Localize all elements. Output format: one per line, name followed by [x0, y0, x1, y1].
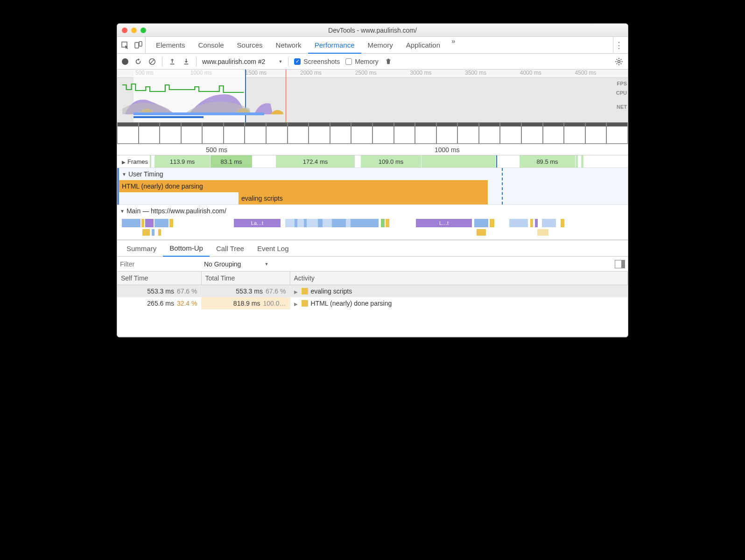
grouping-label: No Grouping — [204, 260, 241, 268]
recording-label: www.paulirish.com #2 — [202, 58, 265, 65]
tab-sources[interactable]: Sources — [231, 37, 269, 53]
panel-tabs: Elements Console Sources Network Perform… — [149, 37, 610, 53]
settings-gear-icon[interactable] — [615, 57, 623, 66]
svg-rect-2 — [139, 42, 142, 46]
overview-screenshots — [117, 122, 628, 144]
upload-icon[interactable] — [168, 57, 176, 66]
record-button[interactable] — [122, 58, 128, 65]
dtab-calltree[interactable]: Call Tree — [210, 240, 251, 256]
svg-rect-5 — [170, 63, 175, 64]
flamechart-ruler[interactable]: 500 ms 1000 ms ⋯ — [117, 144, 628, 155]
trash-icon[interactable] — [384, 57, 393, 66]
grouping-selector[interactable]: No Grouping ▼ — [204, 260, 268, 268]
clear-icon[interactable] — [148, 57, 156, 66]
expand-icon[interactable]: ▶ — [122, 160, 126, 165]
overview-sparkline — [117, 78, 311, 115]
memory-toggle[interactable]: Memory — [345, 58, 379, 65]
dtab-summary[interactable]: Summary — [120, 240, 163, 256]
user-timing-track[interactable]: ▼ User Timing HTML (nearly) done parsing… — [117, 168, 628, 205]
category-color-icon — [302, 300, 308, 307]
sidepanel-toggle-icon[interactable] — [615, 260, 625, 268]
tab-elements[interactable]: Elements — [149, 37, 192, 53]
collapse-icon[interactable]: ▼ — [122, 172, 127, 177]
panel-tabbar: Elements Console Sources Network Perform… — [117, 37, 628, 54]
col-total-time[interactable]: Total Time — [201, 272, 290, 285]
memory-checkbox[interactable] — [345, 58, 352, 65]
details-tabs: Summary Bottom-Up Call Tree Event Log — [117, 240, 628, 257]
screenshots-label: Screenshots — [303, 58, 340, 65]
memory-label: Memory — [355, 58, 379, 65]
col-activity[interactable]: Activity — [290, 272, 628, 285]
more-menu-icon[interactable]: ⋮ — [613, 37, 624, 53]
dtab-bottomup[interactable]: Bottom-Up — [163, 241, 210, 257]
timeline-overview[interactable]: 500 ms 1000 ms 1500 ms 2000 ms 2500 ms 3… — [117, 70, 628, 144]
category-color-icon — [302, 288, 308, 294]
reload-icon[interactable] — [134, 57, 142, 66]
screenshots-toggle[interactable]: ✓ Screenshots — [294, 58, 340, 65]
download-icon[interactable] — [182, 57, 190, 66]
tabs-overflow-icon[interactable]: » — [449, 37, 458, 53]
tab-performance[interactable]: Performance — [308, 37, 361, 54]
dropdown-triangle-icon: ▼ — [278, 59, 282, 64]
main-track[interactable]: ▼ Main — https://www.paulirish.com/ La…t… — [117, 205, 628, 240]
tab-memory[interactable]: Memory — [361, 37, 400, 53]
svg-point-7 — [618, 60, 620, 63]
tab-network[interactable]: Network — [269, 37, 308, 53]
dropdown-triangle-icon: ▼ — [264, 262, 268, 266]
details-filterbar: No Grouping ▼ — [117, 257, 628, 272]
window-title: DevTools - www.paulirish.com/ — [117, 27, 628, 34]
svg-rect-6 — [184, 63, 189, 64]
svg-rect-1 — [135, 42, 139, 48]
main-track-label: Main — https://www.paulirish.com/ — [127, 207, 226, 215]
inspect-icon[interactable] — [121, 41, 129, 49]
col-self-time[interactable]: Self Time — [117, 272, 201, 285]
user-timing-bar-2[interactable]: evaling scripts — [239, 192, 488, 204]
tab-application[interactable]: Application — [400, 37, 447, 53]
collapse-icon[interactable]: ▼ — [120, 209, 125, 214]
screenshots-checkbox[interactable]: ✓ — [294, 58, 301, 65]
expand-row-icon[interactable]: ▶ — [294, 301, 298, 307]
frames-track[interactable]: ▶Frames 113.9 ms 83.1 ms 172.4 ms 109.0 … — [117, 155, 628, 168]
frames-label: Frames — [127, 158, 148, 165]
dtab-eventlog[interactable]: Event Log — [251, 240, 295, 256]
tab-console[interactable]: Console — [192, 37, 231, 53]
devtools-window: DevTools - www.paulirish.com/ Elements C… — [117, 23, 628, 337]
svg-line-4 — [150, 59, 155, 63]
user-timing-bar-1[interactable]: HTML (nearly) done parsing — [119, 180, 488, 192]
overview-net-bar-2 — [134, 116, 204, 118]
table-row[interactable]: 265.6 ms32.4 % 818.9 ms100.0… ▶HTML (nea… — [117, 297, 628, 309]
table-row[interactable]: 553.3 ms67.6 % 553.3 ms67.6 % ▶evaling s… — [117, 285, 628, 298]
perf-toolbar: www.paulirish.com #2 ▼ ✓ Screenshots Mem… — [117, 54, 628, 70]
bottom-up-table[interactable]: Self Time Total Time Activity 553.3 ms67… — [117, 272, 628, 337]
expand-row-icon[interactable]: ▶ — [294, 289, 298, 294]
overview-lane-labels: FPS CPU NET — [616, 79, 627, 112]
titlebar: DevTools - www.paulirish.com/ — [117, 24, 628, 37]
recording-selector[interactable]: www.paulirish.com #2 ▼ — [202, 58, 282, 65]
filter-input[interactable] — [120, 260, 185, 268]
device-icon[interactable] — [134, 41, 142, 49]
overview-net-bar — [134, 112, 264, 115]
user-timing-label: User Timing — [128, 170, 163, 178]
